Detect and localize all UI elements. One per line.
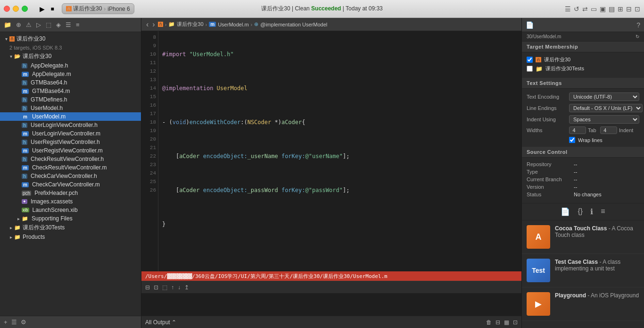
debug-console-btn[interactable]: ⊡ [154,284,158,291]
breadcrumb-back-button[interactable]: ‹ [145,20,149,29]
source-control-label: Source Control [527,149,567,155]
file-label: GTMDefines.h [31,96,67,103]
target-checkbox-main[interactable] [527,57,533,63]
text-encoding-select[interactable]: Unicode (UTF-8) [569,93,639,101]
project-root[interactable]: ▾ 🅰 课后作业30 [0,34,141,44]
info-icon[interactable]: ℹ [590,207,593,216]
sidebar-item-CheckCarViewController-h[interactable]: ▸ h CheckCarViewController.h [0,172,141,180]
group-folder-icon: 📁 [14,225,21,231]
file-xcassets-icon: ✦ [22,199,27,204]
assistant-editor-button[interactable]: ▣ [600,5,606,13]
sidebar-item-GTMBase64-h[interactable]: ▸ h GTMBase64.h [0,78,141,87]
debug-up-btn[interactable]: ↑ [171,284,174,291]
debug-down-btn[interactable]: ↓ [178,284,181,291]
file-label: AppDelegate.h [31,62,68,69]
debug-layout-btn[interactable]: ⊟ [145,284,150,291]
sidebar-item-PrefixHeader-pch[interactable]: ▸ pch PrefixHeader.pch [0,189,141,197]
sidebar-item-CheckCarViewController-m[interactable]: ▸ m CheckCarViewController.m [0,180,141,189]
editor-toggle-button[interactable]: ☰ [565,5,571,13]
back-forward-button[interactable]: ⇄ [582,5,588,13]
debug-navigator-icon[interactable]: ⬚ [46,21,51,28]
sidebar-item-UserRegistViewController-m[interactable]: ▸ m UserRegistViewController.m [0,146,141,155]
sidebar-item-tests-group[interactable]: ▸ 📁 课后作业30Tests [0,223,141,233]
breakpoint-navigator-icon[interactable]: ◈ [56,21,61,28]
history-icon[interactable]: ≡ [601,207,605,216]
indent-width-input[interactable] [600,126,617,134]
sidebar-item-CheckResultViewController-m[interactable]: ▸ m CheckResultViewController.m [0,163,141,172]
debug-console-icon[interactable]: ▦ [504,319,509,326]
bottom-icons-row: 📄 {} ℹ ≡ [522,203,644,220]
sidebar-item-UserLoginViewController-m[interactable]: ▸ m UserLoginViewController.m [0,129,141,138]
target-checkbox-tests[interactable] [527,66,533,72]
file-path-icon[interactable]: ↻ [636,34,639,39]
sidebar-bottom: + ☰ ⚙ [0,316,141,328]
code-content[interactable]: #import "UserModel.h" @implementation Us… [158,31,521,271]
scheme-selector[interactable]: 🅰 课后作业30 › iPhone 6 [62,3,134,14]
indent-using-select[interactable]: Spaces [569,115,639,124]
widths-label: Widths [527,127,569,133]
close-button[interactable] [4,6,10,12]
debug-zoom-icon[interactable]: ⊡ [513,319,518,326]
debug-export-btn[interactable]: ↥ [184,284,189,291]
project-label: 课后作业30 [17,35,45,43]
sidebar-item-CheckResultViewController-h[interactable]: ▸ h CheckResultViewController.h [0,155,141,163]
log-navigator-icon[interactable]: ☰ [66,21,71,28]
report-navigator-icon[interactable]: ≡ [76,21,80,28]
test-navigator-icon[interactable]: ▷ [36,21,41,28]
breadcrumb-forward-button[interactable]: › [151,20,156,29]
sidebar-item-group-main[interactable]: ▾ 📂 课后作业30 [0,51,141,61]
output-label[interactable]: All Output ⌃ [145,319,176,326]
utilities-toggle-button[interactable]: ⊡ [635,5,640,13]
standard-editor-button[interactable]: ▭ [591,5,597,13]
wrap-lines-checkbox[interactable] [569,137,575,143]
sidebar-item-AppDelegate-h[interactable]: ▸ h AppDelegate.h [0,61,141,70]
file-h-icon: h [22,97,27,102]
file-tree: ▾ 🅰 课后作业30 2 targets, iOS SDK 8.3 ▾ 📂 课后… [0,32,141,316]
debug-area: ⊟ ⊡ ⬚ ↑ ↓ ↥ All Output ⌃ 🗑 ⊟ ▦ ⊡ [141,281,521,328]
tab-width-input[interactable] [569,126,586,134]
add-file-icon[interactable]: + [4,319,8,326]
code-editor[interactable]: 8 9 10 11 12 13 14 15 16 17 18 19 20 21 … [141,31,521,271]
debug-trash-icon[interactable]: 🗑 [486,319,492,326]
sidebar-item-Images-xcassets[interactable]: ▸ ✦ Images.xcassets [0,197,141,206]
build-timestamp: Today at 09:33 [346,5,383,12]
bc-filename[interactable]: UserModel.m [218,22,248,27]
debug-filter-btn[interactable]: ⬚ [162,284,167,291]
navigator-toggle-button[interactable]: ⊞ [618,5,623,13]
run-button[interactable]: ▶ [37,4,47,14]
sidebar-item-UserLoginViewController-h[interactable]: ▸ h UserLoginViewController.h [0,121,141,129]
file-label: UserModel.m [32,113,66,120]
sidebar-item-LaunchScreen-xib[interactable]: ▸ xib LaunchScreen.xib [0,206,141,214]
target-membership-header: Target Membership [522,42,644,52]
repository-value: -- [574,161,577,167]
sidebar-item-supporting-files[interactable]: ▸ 📁 Supporting Files [0,214,141,223]
search-navigator-icon[interactable]: ⊕ [16,21,21,28]
sidebar-bottom-filter-icon[interactable]: ⚙ [21,319,26,326]
sidebar-item-GTMBase64-m[interactable]: ▸ m GTMBase64.m [0,87,141,95]
bc-symbol[interactable]: @implementation UserModel [260,22,327,27]
stop-button[interactable]: ■ [48,4,57,14]
minimize-button[interactable] [13,6,19,12]
build-status-text: 课后作业30 | Clean Succeeded [261,5,343,12]
right-panel-file-icon[interactable]: 📄 [526,21,534,29]
maximize-button[interactable] [22,6,28,12]
sidebar-item-UserModel-h[interactable]: ▸ h UserModel.h [0,104,141,112]
sidebar-bottom-list-icon[interactable]: ☰ [11,319,17,326]
sidebar-item-products-group[interactable]: ▸ 📁 Products [0,233,141,241]
version-editor-button[interactable]: ▤ [609,5,615,13]
bc-group[interactable]: 课后作业30 [177,21,203,28]
sidebar-item-UserRegistViewController-h[interactable]: ▸ h UserRegistViewController.h [0,138,141,146]
sidebar-item-UserModel-m[interactable]: ▸ m UserModel.m [0,112,141,121]
new-file-icon[interactable]: 📄 [561,207,570,216]
sidebar-item-GTMDefines-h[interactable]: ▸ h GTMDefines.h [0,95,141,104]
debug-toggle-button[interactable]: ⊟ [626,5,632,13]
sidebar-item-AppDelegate-m[interactable]: ▸ m AppDelegate.m [0,70,141,78]
folder-icon[interactable]: 📁 [4,21,11,28]
debug-split-icon[interactable]: ⊟ [495,319,500,326]
right-panel-inspect-icon[interactable]: ? [636,21,640,29]
activity-button[interactable]: ↺ [574,5,579,13]
json-icon[interactable]: {} [578,207,583,216]
template-card-cocoa: A Cocoa Touch Class - A Cocoa Touch clas… [522,220,644,254]
issue-navigator-icon[interactable]: ⚠ [26,21,32,28]
line-endings-select[interactable]: Default - OS X / Unix (LF) [569,104,643,112]
